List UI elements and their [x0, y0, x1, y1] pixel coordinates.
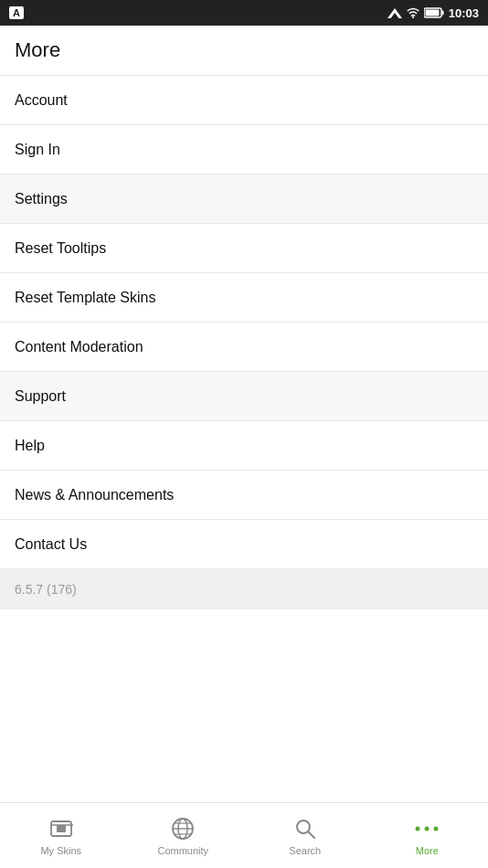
menu-item-support-label: Support: [15, 388, 66, 405]
menu-item-content-moderation[interactable]: Content Moderation: [0, 323, 488, 372]
svg-line-15: [308, 831, 314, 838]
menu-item-help[interactable]: Help: [0, 421, 488, 471]
menu-item-support[interactable]: Support: [0, 372, 488, 421]
status-bar-left: A: [9, 6, 24, 19]
wifi-icon: [407, 7, 419, 18]
nav-item-my-skins[interactable]: My Skins: [0, 803, 122, 868]
menu-list: Account Sign In Settings Reset Tooltips …: [0, 76, 488, 802]
more-dots-icon: [414, 816, 440, 842]
main-content: More Account Sign In Settings Reset Tool…: [0, 26, 488, 802]
menu-item-reset-template-skins-label: Reset Template Skins: [15, 290, 155, 306]
nav-item-my-skins-label: My Skins: [40, 845, 81, 856]
search-icon: [292, 816, 318, 842]
menu-item-sign-in[interactable]: Sign In: [0, 125, 488, 175]
nav-item-search[interactable]: Search: [244, 803, 366, 868]
menu-item-content-moderation-label: Content Moderation: [15, 339, 143, 355]
page-title: More: [15, 38, 60, 61]
nav-item-more[interactable]: More: [366, 803, 489, 868]
menu-item-settings[interactable]: Settings: [0, 175, 488, 224]
svg-rect-7: [57, 825, 66, 832]
community-icon: [170, 816, 196, 842]
menu-item-reset-tooltips-label: Reset Tooltips: [15, 240, 106, 257]
nav-item-community-label: Community: [157, 845, 208, 856]
menu-item-settings-label: Settings: [15, 191, 68, 207]
menu-item-reset-template-skins[interactable]: Reset Template Skins: [0, 273, 488, 323]
svg-rect-4: [441, 11, 443, 16]
nav-item-community[interactable]: Community: [122, 803, 245, 868]
battery-icon: [424, 7, 444, 18]
bottom-nav: My Skins Community Search: [0, 802, 488, 868]
page-title-container: More: [0, 26, 488, 76]
svg-point-18: [434, 826, 439, 831]
menu-item-help-label: Help: [15, 438, 45, 454]
status-bar: A 10:03: [0, 0, 488, 26]
menu-item-contact-us-label: Contact Us: [15, 536, 87, 553]
my-skins-icon: [48, 816, 74, 842]
svg-point-16: [416, 826, 420, 831]
menu-item-sign-in-label: Sign In: [15, 142, 60, 158]
menu-item-news-announcements[interactable]: News & Announcements: [0, 471, 488, 520]
version-text: 6.5.7 (176): [0, 569, 488, 609]
menu-item-reset-tooltips[interactable]: Reset Tooltips: [0, 224, 488, 273]
nav-item-more-label: More: [416, 845, 439, 856]
status-time: 10:03: [449, 6, 479, 20]
app-indicator-icon: A: [9, 6, 24, 19]
menu-item-account-label: Account: [15, 92, 68, 109]
signal-icon: [387, 7, 402, 18]
status-bar-right: 10:03: [387, 6, 479, 20]
svg-point-17: [425, 826, 430, 831]
nav-item-search-label: Search: [289, 845, 321, 856]
svg-point-2: [412, 16, 414, 18]
menu-item-contact-us[interactable]: Contact Us: [0, 520, 488, 569]
menu-item-account[interactable]: Account: [0, 76, 488, 125]
menu-item-news-announcements-label: News & Announcements: [15, 487, 174, 503]
svg-rect-5: [425, 10, 439, 16]
